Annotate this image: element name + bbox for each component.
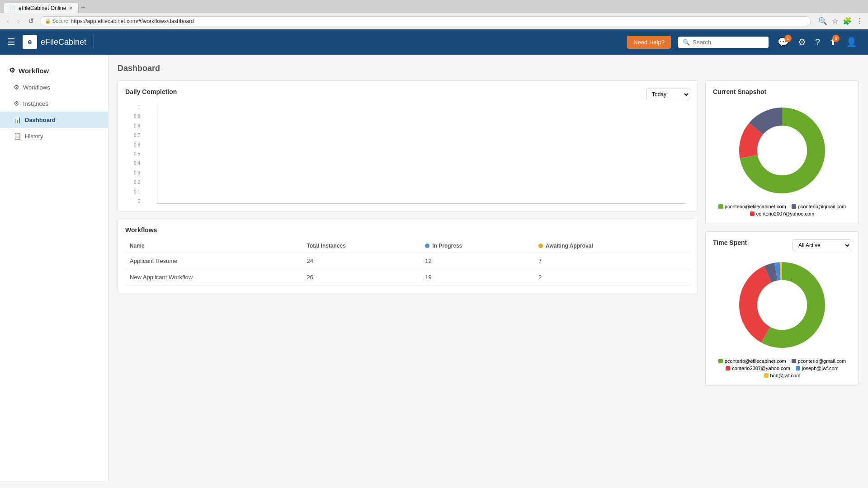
star-icon[interactable]: ☆	[832, 17, 838, 25]
right-column: Current Snapshot	[705, 80, 859, 386]
chart-header: Daily Completion Today This Week This Mo…	[125, 88, 690, 101]
browser-chrome: 📄 eFileCabinet Online ✕ + ‹ › ↺ 🔒 Secure…	[0, 0, 868, 29]
workflows-card: Workflows Name Total Instances In	[118, 219, 698, 293]
svg-point-3	[757, 126, 807, 175]
chart-wrapper: 1 0.9 0.8 0.7 0.6 0.5 0.4 0.3 0.2 0.1 0	[143, 104, 686, 204]
table-row: Applicant Resume 24 12 7	[125, 253, 690, 269]
upload-badge: 8	[832, 35, 840, 42]
logo-area: e eFileCabinet	[23, 35, 94, 49]
search-input[interactable]	[693, 39, 764, 46]
search-box[interactable]: 🔍	[678, 37, 769, 48]
messages-button[interactable]: 💬 1	[774, 35, 793, 49]
sidebar-item-instances[interactable]: ⚙ Instances	[0, 95, 108, 112]
current-snapshot-title: Current Snapshot	[713, 88, 851, 95]
row2-inprogress: 19	[420, 269, 534, 286]
row2-awaiting: 2	[534, 269, 690, 286]
current-snapshot-donut-chart	[732, 101, 832, 200]
workflows-table: Name Total Instances In Progress	[125, 239, 690, 286]
browser-toolbar-icons: 🔍 ☆ 🧩 ⋮	[818, 17, 863, 25]
time-spent-donut-chart	[732, 255, 832, 355]
legend-color-dot	[718, 359, 723, 363]
search-icon: 🔍	[683, 39, 690, 46]
chart-area	[157, 104, 686, 204]
legend-item: bob@jwf.com	[764, 373, 801, 378]
sidebar-item-history[interactable]: 📋 History	[0, 128, 108, 144]
tab-close-icon[interactable]: ✕	[69, 5, 73, 11]
extension-icon: 🧩	[843, 17, 852, 25]
svg-point-9	[757, 280, 807, 330]
workflows-icon: ⚙	[14, 84, 19, 91]
sidebar-item-dashboard[interactable]: 📊 Dashboard	[0, 112, 108, 128]
browser-tab[interactable]: 📄 eFileCabinet Online ✕	[4, 3, 79, 13]
reload-button[interactable]: ↺	[26, 16, 36, 26]
legend-color-dot	[726, 366, 730, 371]
daily-completion-title: Daily Completion	[125, 88, 177, 95]
user-avatar-button[interactable]: 👤	[842, 35, 861, 49]
daily-completion-card: Daily Completion Today This Week This Mo…	[118, 80, 698, 211]
need-help-button[interactable]: Need Help?	[627, 36, 671, 49]
browser-nav-bar: ‹ › ↺ 🔒 Secure https://app.efilecabinet.…	[0, 13, 868, 29]
legend-color-dot	[796, 366, 800, 371]
awaiting-approval-indicator-dot	[538, 244, 543, 248]
instances-icon: ⚙	[14, 100, 19, 107]
sidebar-item-workflows[interactable]: ⚙ Workflows	[0, 79, 108, 95]
dashboard-icon: 📊	[14, 116, 21, 123]
legend-color-dot	[792, 204, 796, 209]
upload-button[interactable]: ⬆ 8	[826, 35, 840, 49]
zoom-icon: 🔍	[818, 17, 827, 25]
legend-color-dot	[764, 373, 769, 378]
url-display: https://app.efilecabinet.com/#/workflows…	[71, 18, 194, 24]
secure-badge: 🔒 Secure	[45, 18, 68, 24]
sidebar: ⚙ Workflow ⚙ Workflows ⚙ Instances 📊 Das…	[0, 55, 108, 481]
dashboard-grid: Daily Completion Today This Week This Mo…	[118, 80, 859, 386]
time-spent-legend: pconterio@efilecabinet.com pconterio@gma…	[713, 358, 851, 378]
current-snapshot-legend: pconterio@efilecabinet.com pconterio@gma…	[713, 204, 851, 216]
legend-item: pconterio@efilecabinet.com	[718, 358, 786, 364]
legend-color-dot	[750, 211, 755, 216]
logo-text: eFileCabinet	[41, 38, 86, 47]
app-container: ☰ e eFileCabinet Need Help? 🔍 💬 1 ⚙ ? ⬆ …	[0, 29, 868, 481]
period-select[interactable]: Today This Week This Month	[646, 89, 690, 100]
time-spent-header: Time Spent All Active Today This Week	[713, 239, 851, 252]
row1-total: 24	[302, 253, 420, 269]
time-spent-title: Time Spent	[713, 239, 747, 246]
legend-color-dot	[718, 204, 723, 209]
nav-icons: 💬 1 ⚙ ? ⬆ 8 👤	[774, 35, 861, 49]
address-bar[interactable]: 🔒 Secure https://app.efilecabinet.com/#/…	[40, 16, 811, 26]
tab-bar: 📄 eFileCabinet Online ✕ +	[0, 0, 868, 13]
time-spent-filter-select[interactable]: All Active Today This Week	[793, 239, 851, 251]
legend-item: conterio2007@yahoo.com	[726, 366, 790, 371]
legend-item: pconterio@gmail.com	[792, 358, 846, 364]
legend-item: pconterio@efilecabinet.com	[718, 204, 786, 209]
forward-button[interactable]: ›	[15, 16, 22, 26]
messages-badge: 1	[784, 35, 792, 42]
legend-item: joseph@jwf.com	[796, 366, 839, 371]
menu-icon[interactable]: ⋮	[856, 17, 863, 25]
page-title: Dashboard	[118, 64, 859, 73]
tab-title: eFileCabinet Online	[19, 5, 66, 11]
main-layout: ⚙ Workflow ⚙ Workflows ⚙ Instances 📊 Das…	[0, 55, 868, 481]
hamburger-menu-icon[interactable]: ☰	[7, 37, 15, 47]
workflows-table-title: Workflows	[125, 226, 690, 234]
current-snapshot-card: Current Snapshot	[705, 80, 859, 224]
row2-total: 26	[302, 269, 420, 286]
settings-button[interactable]: ⚙	[794, 35, 810, 49]
content-area: Dashboard Daily Completion Today This We…	[108, 55, 868, 481]
in-progress-indicator-dot	[425, 244, 429, 248]
new-tab-button[interactable]: +	[80, 3, 85, 13]
help-button[interactable]: ?	[811, 35, 824, 49]
col-header-name: Name	[125, 239, 302, 253]
legend-item: conterio2007@yahoo.com	[750, 211, 815, 216]
table-row: New Applicant Workflow 26 19 2	[125, 269, 690, 286]
top-nav: ☰ e eFileCabinet Need Help? 🔍 💬 1 ⚙ ? ⬆ …	[0, 29, 868, 55]
back-button[interactable]: ‹	[5, 16, 11, 26]
col-header-total: Total Instances	[302, 239, 420, 253]
col-header-inprogress: In Progress	[420, 239, 534, 253]
logo-icon: e	[23, 35, 37, 49]
legend-color-dot	[792, 359, 796, 363]
row1-name: Applicant Resume	[125, 253, 302, 269]
time-spent-donut-container: pconterio@efilecabinet.com pconterio@gma…	[713, 255, 851, 378]
sidebar-section-title: ⚙ Workflow	[0, 62, 108, 79]
row2-name: New Applicant Workflow	[125, 269, 302, 286]
chart-y-labels: 1 0.9 0.8 0.7 0.6 0.5 0.4 0.3 0.2 0.1 0	[127, 104, 140, 204]
